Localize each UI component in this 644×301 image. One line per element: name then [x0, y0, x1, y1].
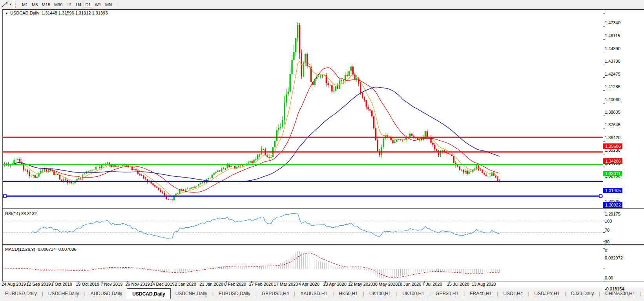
- price-tick-1.43700: 1.43700: [605, 59, 620, 63]
- quote-low: 1.31312: [75, 11, 91, 15]
- quote-high: 1.31596: [58, 11, 74, 15]
- chart-tab-EURUSD-Daily[interactable]: EURUSD,Daily: [213, 288, 255, 299]
- quote-open: 1.31448: [42, 11, 57, 15]
- price-tick-1.42475: 1.42475: [605, 72, 620, 76]
- rsi-indicator-label: RSI(14) 33.3132: [5, 211, 37, 216]
- timeframe-button-D1[interactable]: D1: [84, 2, 92, 7]
- date-tick-30-May-2020: 30 May 2020: [373, 282, 398, 286]
- mt4-terminal: ▼ M1M5M15M30H1H4D1W1MN ▼USDCAD,Daily 1.3…: [0, 0, 644, 301]
- chart-tab-UK100-H1[interactable]: UK100,H1: [364, 288, 396, 299]
- price-chart-canvas[interactable]: [0, 9, 644, 288]
- macd-name: MACD(12,26,9): [5, 247, 35, 252]
- date-tick-8-Feb-2020: 8 Feb 2020: [224, 282, 246, 286]
- quote-close: 1.31393: [92, 11, 108, 15]
- chart-menu-caret-icon[interactable]: ▼: [5, 12, 8, 15]
- price-tick-1.38835: 1.38835: [605, 110, 620, 114]
- chart-tab-EURUSD-Daily[interactable]: EURUSD,Daily: [0, 288, 42, 299]
- price-tick-1.46115: 1.46115: [605, 33, 620, 38]
- chart-title: ▼USDCAD,Daily 1.31448 1.31596 1.31312 1.…: [5, 11, 108, 15]
- price-badge-1.35606: 1.35606: [603, 143, 622, 149]
- timeframe-button-M1[interactable]: M1: [20, 2, 29, 7]
- rsi-name: RSI(14): [5, 211, 20, 216]
- date-tick-14-Dec-2019: 14 Dec 2019: [150, 282, 174, 286]
- chart-tab-USOil-H1[interactable]: USOil,H1: [641, 288, 644, 299]
- macd-indicator-label: MACD(12,26,9) -0.006734 -0.007036: [5, 247, 77, 252]
- date-tick-19-Oct-2019: 19 Oct 2019: [76, 282, 99, 286]
- rsi-tick-30: 30: [605, 239, 609, 244]
- chart-tab-bar: EURUSD,Daily|USDCHF,Daily|AUDUSD,DailyUS…: [0, 288, 644, 299]
- macd-values: -0.006734 -0.007036: [36, 247, 76, 252]
- chart-tab-USDCAD-Daily[interactable]: USDCAD,Daily: [127, 288, 170, 299]
- chart-tab-DJ30-Daily[interactable]: DJ30,Daily: [566, 288, 599, 299]
- date-tick-7-Jul-2020: 7 Jul 2020: [422, 282, 442, 286]
- timeframe-button-M5[interactable]: M5: [30, 2, 39, 7]
- chart-tab-AUDUSD-Daily[interactable]: AUDUSD,Daily: [86, 288, 128, 299]
- rsi-value: 33.3132: [21, 211, 37, 216]
- macd-tick-0.00: 0.00: [605, 276, 613, 280]
- window-bottom-strip: [0, 299, 644, 301]
- date-tick-7-Nov-2019: 7 Nov 2019: [100, 282, 122, 286]
- price-badge-1.34206: 1.34206: [603, 158, 622, 164]
- trendline-tool-icon[interactable]: [1, 1, 9, 8]
- date-tick-21-Jan-2020: 21 Jan 2020: [199, 282, 223, 286]
- date-tick-18-Jun-2020: 18 Jun 2020: [398, 282, 421, 286]
- date-tick-24-Aug-2019: 24 Aug 2019: [2, 282, 26, 286]
- macd-tick--0.018154: -0.018154: [605, 286, 624, 291]
- chart-tab-USDJPY-H1[interactable]: USDJPY,H1: [529, 288, 565, 299]
- macd-tick-0.032972: 0.032972: [605, 256, 623, 260]
- tool-dropdown-caret-icon[interactable]: ▼: [9, 3, 12, 6]
- chart-tab-GER30-H1[interactable]: GER30,H1: [431, 288, 463, 299]
- chart-tab-USOil-H4[interactable]: USOil,H4: [498, 288, 528, 299]
- chart-tab-USDCHF-Daily[interactable]: USDCHF,Daily: [43, 288, 84, 299]
- date-tick-12-May-2020: 12 May 2020: [348, 282, 373, 286]
- date-tick-26-Nov-2019: 26 Nov 2019: [125, 282, 150, 286]
- date-tick-25-Jul-2020: 25 Jul 2020: [447, 282, 469, 286]
- chart-tab-GBPUSD-H4[interactable]: GBPUSD,H4: [257, 288, 294, 299]
- price-tick-1.44890: 1.44890: [605, 46, 620, 51]
- chart-tab-FRA40-H1[interactable]: FRA40,H1: [465, 288, 497, 299]
- chart-window[interactable]: ▼USDCAD,Daily 1.31448 1.31596 1.31312 1.…: [0, 9, 644, 288]
- date-tick-17-Mar-2020: 17 Mar 2020: [274, 282, 298, 286]
- date-tick-27-Feb-2020: 27 Feb 2020: [249, 282, 274, 286]
- chart-tab-UK100-H1[interactable]: UK100,H1: [398, 288, 429, 299]
- date-tick-23-Apr-2020: 23 Apr 2020: [323, 282, 347, 286]
- price-tick-1.37645: 1.37645: [605, 122, 620, 127]
- date-tick-1-Oct-2019: 1 Oct 2019: [51, 282, 72, 286]
- price-badge-1.31405: 1.31405: [603, 188, 622, 193]
- timeframe-button-W1[interactable]: W1: [93, 2, 103, 7]
- timeframe-button-H1[interactable]: H1: [65, 2, 73, 7]
- rsi-tick-100: 100: [605, 219, 612, 223]
- price-tick-1.40060: 1.40060: [605, 97, 620, 102]
- hline-handle[interactable]: [599, 195, 602, 198]
- rsi-tick-70: 70: [605, 228, 609, 232]
- date-tick-2-Jan-2020: 2 Jan 2020: [175, 282, 196, 286]
- price-badge-1.30022: 1.30022: [603, 202, 622, 208]
- timeframe-buttons: M1M5M15M30H1H4D1W1MN: [20, 1, 114, 9]
- toolbar-separator: [117, 2, 117, 8]
- rsi-tick-0: 0: [605, 248, 607, 253]
- chart-tab-USDCNH-Daily[interactable]: USDCNH,Daily: [170, 288, 212, 299]
- chart-symbol-label: USDCAD,Daily: [10, 11, 39, 15]
- chart-tab-XAUUSD-H1[interactable]: XAUUSD,H1: [295, 288, 332, 299]
- timeframe-button-M30[interactable]: M30: [53, 2, 64, 7]
- price-tick-1.41285: 1.41285: [605, 84, 620, 89]
- timeframe-toolbar: ▼ M1M5M15M30H1H4D1W1MN: [0, 0, 644, 9]
- timeframe-button-H4[interactable]: H4: [74, 2, 83, 7]
- price-badge-1.33011: 1.33011: [603, 171, 622, 176]
- toolbar-grip[interactable]: [15, 2, 18, 8]
- date-tick-13-Aug-2020: 13 Aug 2020: [472, 282, 496, 286]
- timeframe-button-M15[interactable]: M15: [40, 2, 51, 7]
- chart-tab-HK50-H1[interactable]: HK50,H1: [334, 288, 363, 299]
- price-tick-1.36420: 1.36420: [605, 135, 620, 140]
- price-tick-1.29175: 1.29175: [605, 212, 620, 216]
- hline-handle[interactable]: [4, 195, 6, 198]
- date-tick-12-Sep-2019: 12 Sep 2019: [26, 282, 51, 286]
- timeframe-button-MN[interactable]: MN: [104, 2, 113, 7]
- date-tick-4-Apr-2020: 4 Apr 2020: [299, 282, 319, 286]
- chart-tabs: EURUSD,Daily|USDCHF,Daily|AUDUSD,DailyUS…: [0, 288, 644, 299]
- price-tick-1.47340: 1.47340: [605, 20, 620, 25]
